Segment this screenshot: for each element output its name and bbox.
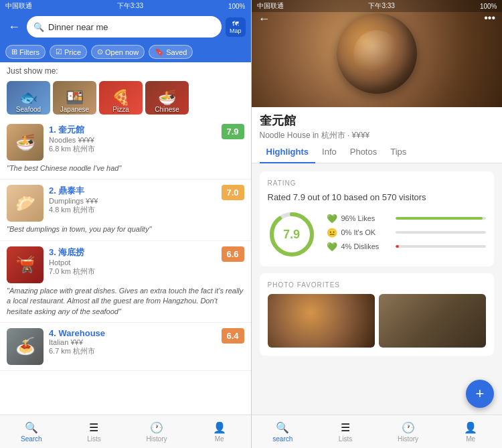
open-label: Open now <box>105 48 139 56</box>
map-label: Map <box>230 27 242 34</box>
restaurant-info-2: 2. 鼎泰丰 Dumplings ¥¥¥ 4.8 km 杭州市 <box>49 185 216 215</box>
donut-chart: 7.9 <box>268 210 316 258</box>
likes-track <box>396 217 487 220</box>
dislikes-bar-item: 💚 4% Dislikes <box>327 242 487 252</box>
restaurant-quote-1: "The best Chinese noodle I've had" <box>7 163 244 173</box>
map-button[interactable]: 🗺 Map <box>226 17 246 37</box>
filter-bar: ⊞ Filters ☑ Price ⊙ Open now 🔖 Saved <box>0 42 251 62</box>
lists-nav-label-left: Lists <box>87 435 101 443</box>
search-nav-label-left: Search <box>21 435 42 443</box>
history-nav-icon-left: 🕐 <box>150 421 163 434</box>
dislikes-icon: 💚 <box>327 242 337 252</box>
search-nav-icon-left: 🔍 <box>25 421 38 434</box>
search-box[interactable]: 🔍 Dinner near me <box>27 16 222 38</box>
price-label: Price <box>64 48 81 56</box>
restaurant-dist-4: 6.7 km 杭州市 <box>49 346 216 356</box>
restaurant-dist-1: 6.8 km 杭州市 <box>49 144 216 154</box>
restaurant-item-1[interactable]: 🍜 1. 奎元館 Noodles ¥¥¥¥ 6.8 km 杭州市 7.9 "Th… <box>0 119 251 179</box>
fab-button[interactable]: + <box>466 380 494 408</box>
me-nav-icon-right: 👤 <box>464 421 477 434</box>
restaurant-name-1: 1. 奎元館 <box>49 124 216 136</box>
ok-label: 0% It's OK <box>341 228 392 236</box>
rating-section-label: RATING <box>268 179 487 187</box>
restaurant-name-4: 4. Warehouse <box>49 328 216 338</box>
dislikes-track <box>396 245 487 248</box>
right-panel: 中国联通 下午3:33 100% ← ••• 奎元館 Noodle House … <box>252 0 503 448</box>
left-panel: 中国联通 下午3:33 100% ← 🔍 Dinner near me 🗺 Ma… <box>0 0 251 448</box>
time-left: 下午3:33 <box>117 1 143 11</box>
nav-lists-left[interactable]: ☰ Lists <box>63 415 126 448</box>
time-right: 下午3:33 <box>368 1 394 11</box>
restaurant-info-1: 1. 奎元館 Noodles ¥¥¥¥ 6.8 km 杭州市 <box>49 124 216 154</box>
restaurant-item-4[interactable]: 🍝 4. Warehouse Italian ¥¥¥ 6.7 km 杭州市 6.… <box>0 323 251 371</box>
nav-search-left[interactable]: 🔍 Search <box>0 415 63 448</box>
me-nav-icon-left: 👤 <box>213 421 226 434</box>
map-icon: 🗺 <box>232 20 239 27</box>
nav-me-right[interactable]: 👤 Me <box>439 415 502 448</box>
search-icon-left: 🔍 <box>33 22 44 32</box>
thumb-image-1: 🍜 <box>7 124 44 161</box>
bottom-nav-left: 🔍 Search ☰ Lists 🕐 History 👤 Me <box>0 415 251 448</box>
rating-section: RATING Rated 7.9 out of 10 based on 570 … <box>260 171 495 267</box>
filter-chip-saved[interactable]: 🔖 Saved <box>149 45 193 59</box>
photo-grid <box>268 294 487 348</box>
restaurant-item-2[interactable]: 🥟 2. 鼎泰丰 Dumplings ¥¥¥ 4.8 km 杭州市 7.0 "B… <box>0 179 251 240</box>
restaurant-name-2: 2. 鼎泰丰 <box>49 185 216 197</box>
nav-lists-right[interactable]: ☰ Lists <box>314 415 377 448</box>
ok-icon: 😐 <box>327 228 337 238</box>
thumb-image-3: 🫕 <box>7 246 44 283</box>
restaurant-item-3[interactable]: 🫕 3. 海底捞 Hotpot 7.0 km 杭州市 6.6 "Amazing … <box>0 241 251 323</box>
open-icon: ⊙ <box>97 48 103 56</box>
history-nav-label-left: History <box>147 435 167 443</box>
status-bar-left: 中国联通 下午3:33 100% <box>0 0 251 12</box>
likes-label: 96% Likes <box>341 214 392 222</box>
tab-highlights[interactable]: Highlights <box>260 141 316 163</box>
chinese-label: Chinese <box>155 106 179 113</box>
category-chinese[interactable]: 🍜 Chinese <box>145 81 189 115</box>
tab-tips[interactable]: Tips <box>384 141 413 163</box>
nav-search-right[interactable]: 🔍 search <box>252 415 315 448</box>
restaurant-name-3: 3. 海底捞 <box>49 246 216 258</box>
restaurant-thumb-1: 🍜 <box>7 124 44 161</box>
filter-chip-price[interactable]: ☑ Price <box>50 45 87 59</box>
lists-nav-icon-left: ☰ <box>89 421 98 434</box>
photo-section-label: PHOTO FAVORITES <box>268 281 487 289</box>
restaurant-detail-subtitle: Noodle House in 杭州市 · ¥¥¥¥ <box>260 130 495 141</box>
back-button-right[interactable]: ← <box>258 12 270 26</box>
category-pizza[interactable]: 🍕 Pizza <box>99 81 143 115</box>
detail-tabs: Highlights Info Photos Tips <box>252 141 503 163</box>
photo-thumb-2[interactable] <box>379 294 486 348</box>
nav-history-left[interactable]: 🕐 History <box>125 415 188 448</box>
bowl-inner <box>353 30 400 77</box>
category-japanese[interactable]: 🍱 Japanese <box>53 81 96 115</box>
restaurant-type-2: Dumplings ¥¥¥ <box>49 197 216 205</box>
history-nav-icon-right: 🕐 <box>402 421 415 434</box>
me-nav-label-left: Me <box>215 435 224 443</box>
score-badge-3: 6.6 <box>222 246 244 262</box>
filter-chip-open[interactable]: ⊙ Open now <box>91 45 145 59</box>
tab-photos[interactable]: Photos <box>343 141 384 163</box>
score-badge-4: 6.4 <box>222 328 244 344</box>
filter-chip-filters[interactable]: ⊞ Filters <box>5 45 46 59</box>
filter-label: Filters <box>19 48 39 56</box>
nav-me-left[interactable]: 👤 Me <box>188 415 251 448</box>
header-left: ← 🔍 Dinner near me 🗺 Map <box>0 12 251 42</box>
dislikes-fill <box>396 245 399 248</box>
nav-history-right[interactable]: 🕐 History <box>377 415 440 448</box>
tab-info[interactable]: Info <box>315 141 343 163</box>
pizza-label: Pizza <box>112 106 129 113</box>
search-nav-icon-right: 🔍 <box>276 421 289 434</box>
thumb-image-2: 🥟 <box>7 185 44 222</box>
saved-icon: 🔖 <box>155 48 164 56</box>
carrier-left: 中国联通 <box>5 1 32 11</box>
photo-thumb-1[interactable] <box>268 294 375 348</box>
photo-section: PHOTO FAVORITES <box>260 273 495 356</box>
rating-bars: 💚 96% Likes 😐 0% It's OK <box>327 214 487 256</box>
ok-track <box>396 231 487 234</box>
category-seafood[interactable]: 🐟 Seafood <box>7 81 50 115</box>
restaurant-header: 奎元館 Noodle House in 杭州市 · ¥¥¥¥ <box>252 107 503 141</box>
back-button-left[interactable]: ← <box>5 19 23 35</box>
rating-visual: 7.9 💚 96% Likes 😐 0% It's OK <box>268 210 487 258</box>
more-button[interactable]: ••• <box>484 12 495 24</box>
lists-nav-label-right: Lists <box>339 435 353 443</box>
